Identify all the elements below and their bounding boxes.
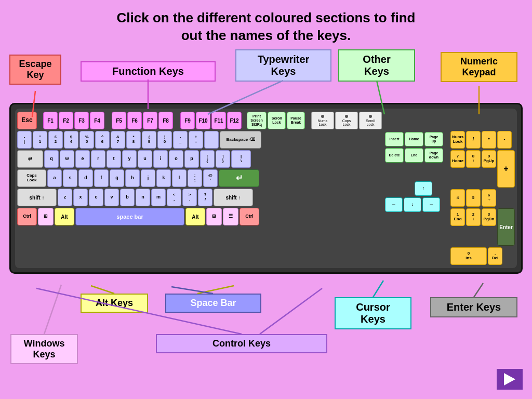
key-1[interactable]: "1 [33, 131, 47, 149]
key-prtscr[interactable]: PrintScreenSt2Rq [247, 112, 267, 129]
key-f[interactable]: f [94, 169, 109, 187]
key-f6[interactable]: F6 [127, 112, 142, 129]
key-shift-right[interactable]: shift ↑ [214, 189, 253, 206]
key-4[interactable]: %5 [79, 131, 94, 149]
key-equals[interactable]: += [189, 131, 203, 149]
key-insert[interactable]: Insert [385, 132, 404, 147]
key-k[interactable]: k [156, 169, 171, 187]
key-z[interactable]: z [58, 189, 72, 206]
key-num-mul[interactable]: * [482, 131, 496, 149]
key-esc[interactable]: Esc [17, 112, 37, 129]
key-right[interactable]: → [422, 197, 440, 212]
label-enter[interactable]: Enter Keys [430, 297, 517, 317]
key-f4[interactable]: F4 [90, 112, 104, 129]
key-num-minus[interactable]: - [497, 131, 512, 149]
key-num-1[interactable]: 1End [450, 208, 465, 226]
key-r[interactable]: r [91, 150, 105, 168]
key-backtick[interactable]: -| [17, 131, 32, 149]
key-g[interactable]: g [110, 169, 124, 187]
key-win-left[interactable]: ⊞ [38, 208, 54, 225]
key-num-5[interactable]: 5 [466, 189, 481, 207]
key-backspace[interactable]: Backspace ⌫ [220, 131, 261, 149]
key-o[interactable]: o [169, 150, 183, 168]
key-numlock[interactable]: NumsLock [450, 131, 465, 149]
key-delete[interactable]: Delete [385, 148, 404, 163]
label-other[interactable]: OtherKeys [338, 49, 415, 82]
key-pagedown[interactable]: Pagedown [424, 148, 443, 163]
key-i[interactable]: i [153, 150, 168, 168]
key-d[interactable]: d [78, 169, 93, 187]
label-control[interactable]: Control Keys [156, 334, 327, 353]
key-f1[interactable]: F1 [43, 112, 58, 129]
key-9[interactable]: )0 [157, 131, 172, 149]
key-shift-left[interactable]: shift ↑ [17, 189, 57, 206]
key-5[interactable]: ^6 [95, 131, 110, 149]
key-f10[interactable]: F10 [196, 112, 210, 129]
key-num-3[interactable]: 3PgDn [482, 208, 496, 226]
key-minus[interactable]: -_ [173, 131, 188, 149]
key-e[interactable]: e [75, 150, 90, 168]
play-button[interactable] [497, 369, 523, 390]
key-j[interactable]: j [141, 169, 155, 187]
key-home[interactable]: Home [405, 132, 423, 147]
key-v[interactable]: v [104, 189, 119, 206]
key-t[interactable]: t [107, 150, 121, 168]
key-tab[interactable]: ⇄ [17, 150, 43, 168]
key-h[interactable]: h [125, 169, 140, 187]
key-c[interactable]: c [89, 189, 103, 206]
key-num-2[interactable]: 2↓ [466, 208, 481, 226]
key-space[interactable]: space bar [75, 208, 184, 225]
key-2[interactable]: £2 [48, 131, 63, 149]
key-f9[interactable]: F9 [180, 112, 195, 129]
key-num-enter[interactable]: Enter [497, 208, 515, 246]
key-hash[interactable] [204, 131, 219, 149]
key-quote[interactable]: @' [203, 169, 218, 187]
key-num-7[interactable]: 7Home [450, 150, 465, 168]
key-menu[interactable]: ☰ [223, 208, 238, 225]
key-l[interactable]: l [172, 169, 187, 187]
key-alt-right[interactable]: Alt [185, 208, 205, 225]
key-num-dot[interactable]: .Del [488, 247, 502, 265]
key-period[interactable]: >. [182, 189, 197, 206]
label-escape[interactable]: EscapeKey [9, 55, 61, 85]
key-slash[interactable]: ?/ [198, 189, 212, 206]
key-u[interactable]: u [138, 150, 152, 168]
label-spacebar[interactable]: Space Bar [165, 294, 261, 313]
key-num-plus[interactable]: + [497, 150, 515, 188]
key-f3[interactable]: F3 [74, 112, 89, 129]
key-enter[interactable]: ↵ [219, 169, 259, 187]
key-n[interactable]: n [136, 189, 150, 206]
key-f8[interactable]: F8 [158, 112, 173, 129]
key-w[interactable]: w [60, 150, 74, 168]
key-alt-left[interactable]: Alt [55, 208, 74, 225]
label-windows[interactable]: WindowsKeys [10, 334, 78, 364]
key-m[interactable]: m [151, 189, 166, 206]
key-6[interactable]: &7 [111, 131, 125, 149]
key-f2[interactable]: F2 [59, 112, 73, 129]
key-down[interactable]: ↓ [404, 197, 421, 212]
key-b[interactable]: b [120, 189, 135, 206]
key-left[interactable]: ← [385, 197, 403, 212]
label-alt[interactable]: Alt Keys [81, 294, 148, 313]
key-f11[interactable]: F11 [211, 112, 226, 129]
key-up[interactable]: ↑ [415, 181, 432, 196]
key-num-div[interactable]: / [466, 131, 481, 149]
label-function[interactable]: Function Keys [81, 61, 216, 82]
key-ctrl-left[interactable]: Ctrl [17, 208, 37, 225]
key-s[interactable]: s [63, 169, 77, 187]
key-3[interactable]: $4 [64, 131, 78, 149]
key-num-4[interactable]: 4 [450, 189, 465, 207]
key-a[interactable]: a [47, 169, 62, 187]
key-backslash[interactable]: |\ [231, 150, 251, 168]
key-p[interactable]: p [184, 150, 199, 168]
key-num-9[interactable]: 9PgUp [482, 150, 496, 168]
key-q[interactable]: q [44, 150, 59, 168]
key-capslock[interactable]: CapsLock [17, 169, 46, 187]
key-num-0[interactable]: 0Ins [450, 247, 487, 265]
key-y[interactable]: y [122, 150, 137, 168]
key-lbracket[interactable]: [{ [200, 150, 215, 168]
key-num-8[interactable]: 8↑ [466, 150, 481, 168]
key-comma[interactable]: <, [167, 189, 181, 206]
label-numeric[interactable]: NumericKeypad [441, 52, 517, 82]
key-8[interactable]: (9 [142, 131, 156, 149]
